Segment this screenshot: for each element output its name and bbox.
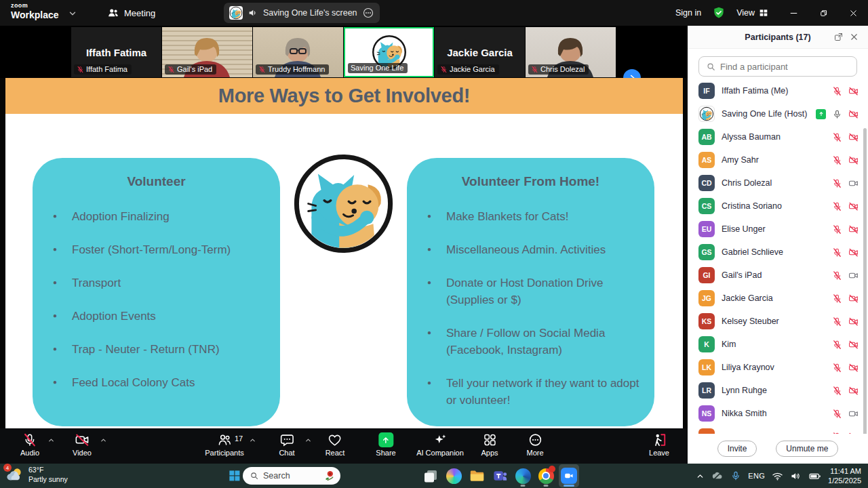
taskbar-search[interactable]: Search <box>243 467 340 485</box>
view-button[interactable]: View <box>736 8 755 18</box>
muted-mic-icon <box>832 432 842 434</box>
video-off-icon <box>848 247 859 258</box>
participants-icon <box>217 432 232 448</box>
scrollbar[interactable] <box>863 79 867 434</box>
video-button[interactable]: Video <box>73 432 92 457</box>
participant-row[interactable]: Saving One Life (Host) <box>688 102 868 125</box>
meeting-people-icon <box>107 7 119 19</box>
weather-widget[interactable]: 4 63°F Partly sunny <box>5 466 68 484</box>
participant-avatar: EU <box>698 221 715 237</box>
participant-search-input[interactable] <box>720 62 850 72</box>
apps-button[interactable]: Apps <box>481 432 498 457</box>
chevron-down-icon[interactable] <box>68 9 77 18</box>
ellipsis-icon[interactable] <box>362 7 374 19</box>
video-tile-gail-s-ipad[interactable]: Gail's iPad <box>162 27 252 77</box>
slide-bullet: ●Trap - Neuter - Return (TNR) <box>49 341 265 358</box>
ai-companion-button[interactable]: AI Companion <box>416 432 464 457</box>
screen-share-pill[interactable]: Saving One Life's screen <box>224 3 380 23</box>
participant-row[interactable]: JGJackie Garcia <box>688 287 868 310</box>
video-muted-icon <box>75 432 90 448</box>
volume-icon[interactable] <box>790 470 802 482</box>
participant-row[interactable]: CDChris Dolezal <box>688 171 868 195</box>
language-indicator[interactable]: ENG <box>748 472 765 480</box>
participant-row[interactable]: KKim <box>688 333 868 356</box>
maximize-button[interactable] <box>808 0 838 26</box>
more-button[interactable]: More <box>526 432 543 457</box>
participant-name: Gail's iPad <box>722 270 762 280</box>
participant-avatar: LR <box>698 382 715 399</box>
close-panel-icon[interactable] <box>849 32 859 42</box>
participant-row[interactable]: LRLynn Ruhge <box>688 379 868 402</box>
participant-row[interactable]: GIGail's iPad <box>688 264 868 287</box>
video-tile-truddy-hoffmann[interactable]: Truddy Hoffmann <box>253 27 343 77</box>
start-button[interactable] <box>228 469 241 482</box>
participants-panel-title: Participants (17) <box>745 33 810 42</box>
invite-button[interactable]: Invite <box>717 441 757 457</box>
react-button[interactable]: React <box>326 432 345 457</box>
meeting-tab-label: Meeting <box>124 8 155 18</box>
mic-in-use-icon[interactable] <box>730 470 741 481</box>
leave-button[interactable]: Leave <box>649 432 669 457</box>
video-tile-iffath-fatima[interactable]: Iffath Fatima Iffath Fatima <box>71 27 161 77</box>
participant-row[interactable]: NSNikka Smith <box>688 402 868 425</box>
chevron-up-icon[interactable] <box>249 436 256 444</box>
clock[interactable]: 11:41 AM 1/25/2025 <box>828 466 861 486</box>
slide-bullet: ●Foster (Short-Term/Long-Term) <box>49 241 265 258</box>
teams-taskbar-icon[interactable] <box>490 464 510 487</box>
share-button[interactable]: Share <box>376 432 395 457</box>
participant-row[interactable]: IFIffath Fatima (Me) <box>688 79 868 102</box>
zoom-taskbar-icon[interactable] <box>559 464 579 487</box>
participants-panel: Participants (17) IFIffath Fatima (Me) <box>688 26 868 464</box>
audio-button[interactable]: Audio <box>20 432 39 457</box>
close-button[interactable] <box>838 0 868 26</box>
edge-taskbar-icon[interactable] <box>513 464 533 487</box>
copilot-taskbar-icon[interactable] <box>443 464 464 487</box>
slide-bullet: ●Adoption Finalizing <box>49 208 265 225</box>
hidden-icons-chevron[interactable] <box>696 472 705 481</box>
video-on-icon <box>848 270 859 281</box>
chevron-up-icon[interactable] <box>304 436 312 444</box>
minimize-button[interactable] <box>778 0 808 26</box>
video-tile-chris-dolezal[interactable]: Chris Dolezal <box>526 27 616 77</box>
participant-row[interactable]: GSGabriel Schlieve <box>688 241 868 264</box>
wifi-icon[interactable] <box>772 470 783 482</box>
participant-avatar: AS <box>698 152 715 168</box>
unmute-me-button[interactable]: Unmute me <box>776 441 838 457</box>
sign-in-button[interactable]: Sign in <box>675 8 701 18</box>
chrome-taskbar-icon[interactable] <box>536 464 556 487</box>
muted-mic-icon <box>832 86 842 96</box>
video-on-icon <box>848 409 859 419</box>
muted-mic-icon <box>832 363 842 373</box>
video-tile-jackie-garcia[interactable]: Jackie Garcia Jackie Garcia <box>435 27 525 77</box>
onedrive-offline-icon[interactable] <box>711 470 724 482</box>
chevron-up-icon[interactable] <box>100 436 107 444</box>
clock-time: 11:41 AM <box>828 466 861 476</box>
participant-row[interactable]: EUElise Unger <box>688 218 868 241</box>
participant-row[interactable]: CSCristina Soriano <box>688 195 868 218</box>
participant-row[interactable]: ASAmy Sahr <box>688 148 868 171</box>
saving-one-life-avatar <box>229 6 243 20</box>
notification-badge: 4 <box>3 464 12 472</box>
muted-mic-icon <box>832 317 842 327</box>
view-grid-icon[interactable] <box>758 7 769 18</box>
participant-row[interactable]: KSKelsey Steuber <box>688 310 868 333</box>
pop-out-icon[interactable] <box>833 32 844 42</box>
video-off-icon <box>848 86 859 96</box>
participant-avatar: NS <box>698 405 715 422</box>
task-view-taskbar-icon[interactable] <box>420 464 441 487</box>
tab-meeting[interactable]: Meeting <box>102 0 161 26</box>
volunteer-from-home-box-title: Volunteer From Home! <box>407 174 654 189</box>
participant-row[interactable]: ABAlyssa Bauman <box>688 125 868 148</box>
chat-button[interactable]: Chat <box>279 432 294 457</box>
video-off-icon <box>848 109 859 119</box>
video-off-icon <box>848 363 859 373</box>
file-explorer-taskbar-icon[interactable] <box>467 464 487 487</box>
participant-row[interactable] <box>688 425 868 434</box>
participant-name: Liliya Kraynov <box>722 363 774 372</box>
share-pill-label: Saving One Life's screen <box>263 8 357 18</box>
participant-row[interactable]: LKLiliya Kraynov <box>688 356 868 379</box>
video-tile-saving-one-life[interactable]: Saving One Life <box>344 27 434 77</box>
chevron-up-icon[interactable] <box>47 436 55 444</box>
muted-mic-icon <box>832 132 842 142</box>
battery-icon[interactable] <box>808 470 821 483</box>
